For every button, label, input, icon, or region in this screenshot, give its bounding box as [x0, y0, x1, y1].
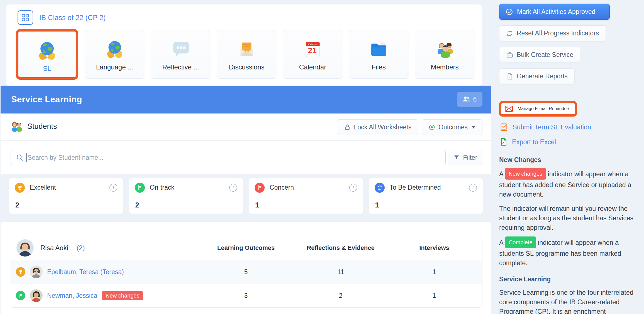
advisor-name[interactable]: Risa Aoki [40, 244, 68, 252]
nav-card-label: Members [431, 63, 458, 71]
nav-card-label: SL [43, 65, 51, 73]
info-icon[interactable]: i [469, 183, 477, 192]
trophy-icon [16, 267, 25, 277]
info-icon[interactable]: i [349, 183, 357, 192]
students-icon [11, 121, 23, 132]
submit-term-sl-evaluation-link[interactable]: Submit Term SL Evaluation [513, 124, 591, 131]
folder-icon [369, 34, 389, 63]
service-learning-page: IB Class of 22 (CP 2) [0, 0, 644, 314]
nav-card-sl[interactable]: SL [18, 32, 76, 77]
interviews-value: 1 [396, 268, 472, 276]
status-value: 1 [249, 197, 363, 209]
filter-button[interactable]: Filter [448, 150, 483, 165]
search-placeholder: Search by Student name... [28, 154, 103, 161]
status-value: 2 [129, 197, 243, 209]
member-count-badge[interactable]: 6 [457, 92, 482, 107]
actions-sidebar: Mark All Activities Approved Reset All P… [499, 0, 639, 314]
evaluation-book-icon [500, 123, 508, 131]
manage-email-reminders-link[interactable]: Manage E-mail Reminders [518, 106, 570, 111]
column-header-interviews: Interviews [396, 244, 472, 252]
globe-hands-icon [104, 34, 125, 63]
status-label: Excellent [30, 184, 109, 191]
grid-icon [21, 13, 30, 22]
pdf-file-icon [506, 73, 513, 80]
nav-card-discussions[interactable]: Discussions [217, 30, 276, 79]
status-label: On-track [150, 184, 229, 191]
nav-card-members[interactable]: Members [415, 30, 474, 79]
reset-all-progress-indicators-button[interactable]: Reset All Progress Indicators [499, 25, 606, 41]
svg-text:i: i [472, 185, 474, 190]
members-icon [434, 34, 455, 63]
nav-card-label: Reflective ... [162, 63, 199, 71]
submit-term-sl-evaluation[interactable]: Submit Term SL Evaluation [499, 123, 591, 131]
avatar-risa-aoki [16, 239, 34, 257]
search-icon [16, 154, 24, 161]
briefcase-icon [506, 51, 513, 59]
student-link[interactable]: Newman, Jessica [47, 292, 97, 299]
new-changes-badge: New changes [102, 291, 143, 300]
svg-text:21: 21 [308, 46, 316, 55]
grid-menu-button[interactable] [18, 10, 33, 25]
status-summary-row: Excellent i 2 On-track i [9, 178, 483, 214]
svg-text:i: i [233, 185, 234, 190]
status-card-concern[interactable]: Concern i 1 [249, 178, 363, 214]
generate-reports-button[interactable]: Generate Reports [499, 68, 575, 84]
annotation-highlight-sl: SL [16, 29, 78, 80]
lock-all-worksheets-button[interactable]: Lock All Worksheets [337, 119, 419, 135]
export-to-excel[interactable]: x Export to Excel [499, 138, 556, 146]
button-label: Reset All Progress Indicators [517, 30, 599, 37]
svg-text:Calendar: Calendar [308, 43, 318, 46]
student-row-newman[interactable]: Newman, Jessica New changes 3 2 1 [10, 284, 482, 307]
export-to-excel-link[interactable]: Export to Excel [512, 138, 556, 146]
button-label: Mark All Activities Approved [517, 8, 595, 16]
class-title[interactable]: IB Class of 22 (CP 2) [39, 14, 106, 22]
status-card-on-track[interactable]: On-track i 2 [129, 178, 243, 214]
status-card-to-be-determined[interactable]: To Be Determined i 1 [369, 178, 483, 214]
outcomes-label: Outcomes [438, 124, 468, 131]
nav-card-calendar[interactable]: Calendar 21 Calendar [283, 30, 342, 79]
outcomes-eye-icon [429, 124, 435, 131]
student-row-epelbaum[interactable]: Epelbaum, Teresa (Teresa) 5 11 1 [10, 260, 482, 284]
funnel-icon [453, 154, 460, 161]
sidebar-heading-new-changes: New Changes [499, 156, 639, 164]
info-icon[interactable]: i [109, 183, 118, 192]
mark-all-activities-approved-button[interactable]: Mark All Activities Approved [499, 4, 610, 20]
student-search-input[interactable]: Search by Student name... [11, 150, 446, 165]
flag-icon [16, 291, 25, 300]
sync-icon [375, 183, 385, 193]
svg-text:x: x [502, 141, 504, 144]
sidebar-heading-service-learning: Service Learning [499, 276, 639, 283]
nav-card-language[interactable]: Language ... [85, 30, 144, 79]
avatar-teresa [30, 265, 43, 278]
service-learning-paragraph: Service Learning is one of the four inte… [499, 288, 637, 314]
nav-card-files[interactable]: Files [349, 30, 408, 79]
students-section: Students Lock All Worksheets Outcomes [1, 113, 491, 174]
nav-card-reflective[interactable]: Reflective ... [151, 30, 210, 79]
students-table-section: Risa Aoki (2) Learning Outcomes Reflecti… [1, 222, 491, 314]
bulk-create-service-button[interactable]: Bulk Create Service [499, 47, 580, 63]
status-label: To Be Determined [390, 184, 469, 191]
section-banner: Service Learning 6 [1, 86, 491, 113]
advisor-student-count: (2) [77, 244, 85, 252]
member-count: 6 [473, 96, 477, 103]
calendar-icon: Calendar 21 [303, 34, 323, 63]
student-link[interactable]: Epelbaum, Teresa (Teresa) [47, 268, 124, 276]
new-changes-inline-badge: New changes [505, 168, 546, 180]
svg-text:i: i [113, 185, 114, 190]
reflections-evidence-value: 11 [285, 268, 396, 276]
lock-icon [344, 124, 351, 131]
info-icon[interactable]: i [229, 183, 237, 192]
new-changes-paragraph-3: A Complete indicator will appear when a … [499, 237, 637, 268]
button-label: Bulk Create Service [517, 51, 573, 59]
excel-file-icon: x [500, 138, 508, 146]
envelope-icon [236, 34, 257, 63]
chevron-down-icon [472, 126, 475, 129]
annotation-highlight-manage-email: Manage E-mail Reminders [499, 101, 577, 117]
email-reminders-icon [504, 105, 514, 113]
new-changes-paragraph-2: The indicator will remain until you revi… [499, 204, 637, 232]
status-card-excellent[interactable]: Excellent i 2 [9, 178, 123, 214]
filter-label: Filter [463, 154, 477, 161]
banner-title: Service Learning [11, 95, 82, 105]
outcomes-dropdown-button[interactable]: Outcomes [422, 119, 482, 135]
class-nav-cards: SL Language ... [16, 29, 474, 80]
